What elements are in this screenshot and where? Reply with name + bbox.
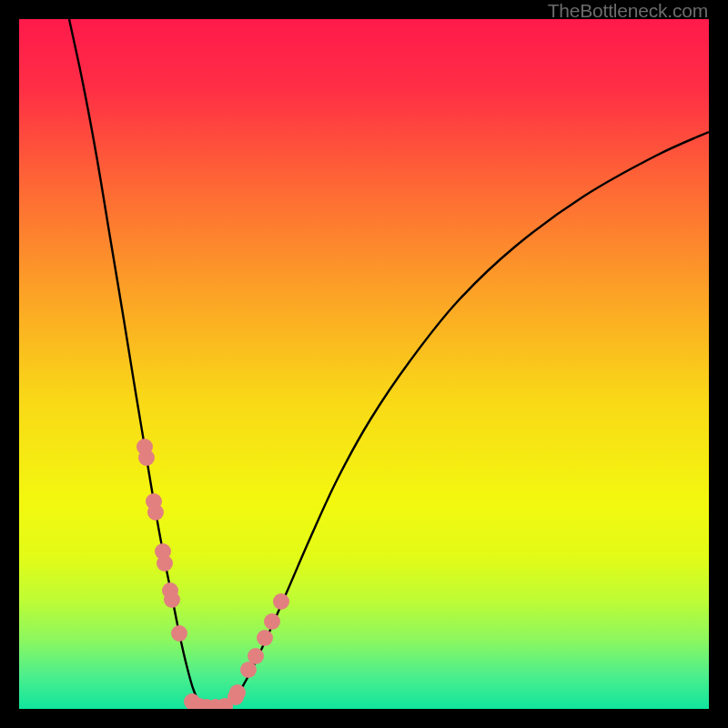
gradient-background xyxy=(19,19,709,709)
data-dot xyxy=(273,593,289,610)
plot-area xyxy=(19,19,709,709)
data-dot xyxy=(147,504,164,521)
data-dot xyxy=(229,684,246,701)
chart-svg xyxy=(19,19,709,709)
data-dot xyxy=(157,555,173,571)
data-dot xyxy=(164,592,180,608)
outer-frame: TheBottleneck.com xyxy=(0,0,728,728)
data-dot xyxy=(248,648,264,664)
data-dot xyxy=(264,613,280,630)
data-dot xyxy=(171,625,187,642)
data-dot xyxy=(257,630,273,646)
data-dot xyxy=(138,450,155,466)
